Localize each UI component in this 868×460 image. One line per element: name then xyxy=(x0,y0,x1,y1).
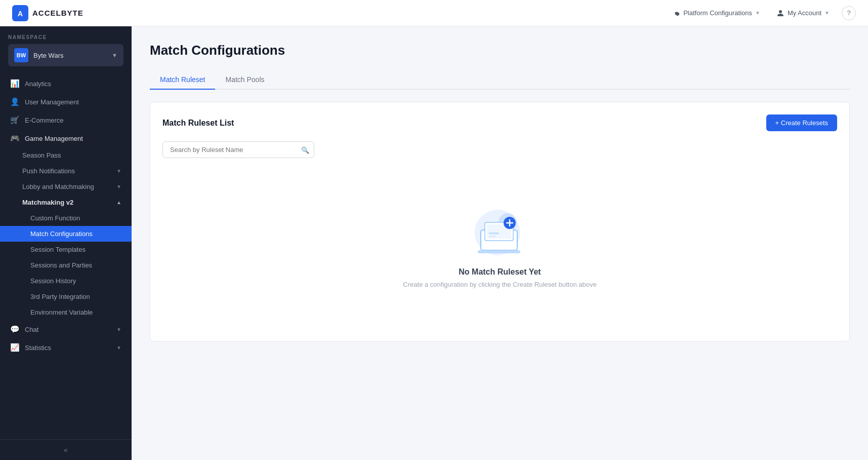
sidebar-subitem-season-pass-label: Season Pass xyxy=(22,151,61,159)
sidebar-subitem-sessions-parties-label: Sessions and Parties xyxy=(30,261,92,269)
sidebar-subitem-sessions-parties[interactable]: Sessions and Parties xyxy=(0,257,132,273)
sidebar-navigation: 📊 Analytics 👤 User Management 🛒 E-Commer… xyxy=(0,70,132,439)
card-header: Match Ruleset List + Create Rulesets xyxy=(162,114,837,131)
tab-match-pools-label: Match Pools xyxy=(225,75,264,84)
navbar-right: Platform Configurations ▼ My Account ▼ ? xyxy=(668,6,856,20)
sidebar-item-statistics[interactable]: 📈 Statistics ▼ xyxy=(0,338,132,357)
tab-match-ruleset-label: Match Ruleset xyxy=(160,75,205,84)
create-rulesets-label: + Create Rulesets xyxy=(775,119,828,127)
namespace-name: Byte Wars xyxy=(33,52,107,59)
sidebar-item-game-management[interactable]: 🎮 Game Management xyxy=(0,129,132,147)
search-input[interactable] xyxy=(162,141,314,158)
platform-configurations-button[interactable]: Platform Configurations ▼ xyxy=(668,6,764,20)
analytics-icon: 📊 xyxy=(10,79,20,88)
sidebar-subitem-3rd-party-label: 3rd Party Integration xyxy=(30,293,90,300)
platform-configs-chevron-icon: ▼ xyxy=(755,10,760,16)
main-content: Match Configurations Match Ruleset Match… xyxy=(132,26,868,460)
sidebar-subitem-session-history[interactable]: Session History xyxy=(0,273,132,289)
namespace-section: NAMESPACE BW Byte Wars ▼ xyxy=(0,26,132,70)
help-button[interactable]: ? xyxy=(842,6,856,20)
sidebar-subitem-match-configurations-label: Match Configurations xyxy=(30,230,93,238)
sidebar-item-game-management-label: Game Management xyxy=(25,135,121,142)
matchmaking-v2-chevron-icon: ▲ xyxy=(116,200,121,205)
svg-rect-12 xyxy=(489,236,496,237)
sidebar-subitem-session-history-label: Session History xyxy=(30,277,76,285)
sidebar-subitem-matchmaking-v2[interactable]: Matchmaking v2 ▲ xyxy=(0,195,132,210)
empty-state-subtitle: Create a configuration by clicking the C… xyxy=(403,281,596,288)
sidebar-subitem-push-notifications-label: Push Notifications xyxy=(22,167,75,175)
sidebar-item-analytics-label: Analytics xyxy=(25,80,121,88)
sidebar-item-user-management[interactable]: 👤 User Management xyxy=(0,93,132,111)
svg-text:A: A xyxy=(18,10,23,18)
search-box: 🔍 xyxy=(162,141,314,158)
user-icon xyxy=(776,9,784,17)
sidebar-subitem-custom-function-label: Custom Function xyxy=(30,214,80,222)
statistics-icon: 📈 xyxy=(10,343,20,352)
logo-text: ACCELBYTE xyxy=(32,9,84,17)
tab-match-pools[interactable]: Match Pools xyxy=(215,70,274,90)
main-layout: NAMESPACE BW Byte Wars ▼ 📊 Analytics 👤 U… xyxy=(0,26,868,460)
sidebar-subitem-push-notifications[interactable]: Push Notifications ▼ xyxy=(0,163,132,179)
lobby-matchmaking-chevron-icon: ▼ xyxy=(116,184,121,189)
namespace-selector[interactable]: BW Byte Wars ▼ xyxy=(8,44,123,66)
sidebar-subitem-environment-variable-label: Environment Variable xyxy=(30,309,93,316)
chat-chevron-icon: ▼ xyxy=(116,327,121,332)
namespace-avatar: BW xyxy=(14,48,28,62)
sidebar-collapse-button[interactable]: « xyxy=(0,439,132,460)
sidebar-item-user-management-label: User Management xyxy=(25,98,121,106)
statistics-chevron-icon: ▼ xyxy=(116,345,121,351)
create-rulesets-button[interactable]: + Create Rulesets xyxy=(766,114,837,131)
push-notifications-chevron-icon: ▼ xyxy=(116,168,121,174)
user-management-icon: 👤 xyxy=(10,97,20,106)
sidebar-subitem-3rd-party[interactable]: 3rd Party Integration xyxy=(0,289,132,304)
tabs-container: Match Ruleset Match Pools xyxy=(150,70,850,90)
sidebar-subitem-lobby-matchmaking-label: Lobby and Matchmaking xyxy=(22,183,94,190)
namespace-chevron-icon: ▼ xyxy=(112,52,117,58)
sidebar-subitem-custom-function[interactable]: Custom Function xyxy=(0,210,132,226)
sidebar-subitem-session-templates[interactable]: Session Templates xyxy=(0,242,132,257)
svg-rect-7 xyxy=(478,250,520,253)
match-ruleset-card: Match Ruleset List + Create Rulesets 🔍 xyxy=(150,102,850,341)
card-title: Match Ruleset List xyxy=(162,119,234,128)
chat-icon: 💬 xyxy=(10,325,20,334)
sidebar-subitem-lobby-matchmaking[interactable]: Lobby and Matchmaking ▼ xyxy=(0,179,132,195)
sidebar-subitem-matchmaking-v2-label: Matchmaking v2 xyxy=(22,199,73,206)
logo-area: A ACCELBYTE xyxy=(12,5,84,21)
page-title: Match Configurations xyxy=(150,43,850,58)
sidebar-item-chat-label: Chat xyxy=(25,326,111,333)
svg-rect-11 xyxy=(489,233,499,234)
sidebar: NAMESPACE BW Byte Wars ▼ 📊 Analytics 👤 U… xyxy=(0,26,132,460)
empty-state: No Match Ruleset Yet Create a configurat… xyxy=(162,174,837,329)
empty-illustration-svg xyxy=(470,205,530,255)
sidebar-item-ecommerce-label: E-Commerce xyxy=(25,117,121,124)
sidebar-item-chat[interactable]: 💬 Chat ▼ xyxy=(0,320,132,338)
my-account-button[interactable]: My Account ▼ xyxy=(772,6,834,20)
collapse-icon: « xyxy=(64,446,68,454)
sidebar-item-statistics-label: Statistics xyxy=(25,344,111,352)
navbar: A ACCELBYTE Platform Configurations ▼ My… xyxy=(0,0,868,26)
empty-illustration xyxy=(470,205,530,255)
sidebar-item-ecommerce[interactable]: 🛒 E-Commerce xyxy=(0,111,132,129)
search-icon: 🔍 xyxy=(301,146,309,154)
namespace-label: NAMESPACE xyxy=(8,34,123,40)
platform-configurations-label: Platform Configurations xyxy=(683,9,752,17)
sidebar-item-analytics[interactable]: 📊 Analytics xyxy=(0,74,132,93)
sidebar-subitem-season-pass[interactable]: Season Pass xyxy=(0,147,132,163)
accelbyte-logo-icon: A xyxy=(12,5,28,21)
my-account-label: My Account xyxy=(788,9,821,17)
help-label: ? xyxy=(847,9,850,17)
sidebar-subitem-session-templates-label: Session Templates xyxy=(30,246,86,253)
sidebar-subitem-environment-variable[interactable]: Environment Variable xyxy=(0,304,132,320)
sidebar-subitem-match-configurations[interactable]: Match Configurations xyxy=(0,226,132,242)
game-management-icon: 🎮 xyxy=(10,134,20,143)
my-account-chevron-icon: ▼ xyxy=(824,10,830,16)
gear-icon xyxy=(672,9,680,17)
empty-state-title: No Match Ruleset Yet xyxy=(459,267,541,277)
tab-match-ruleset[interactable]: Match Ruleset xyxy=(150,70,215,90)
ecommerce-icon: 🛒 xyxy=(10,116,20,125)
